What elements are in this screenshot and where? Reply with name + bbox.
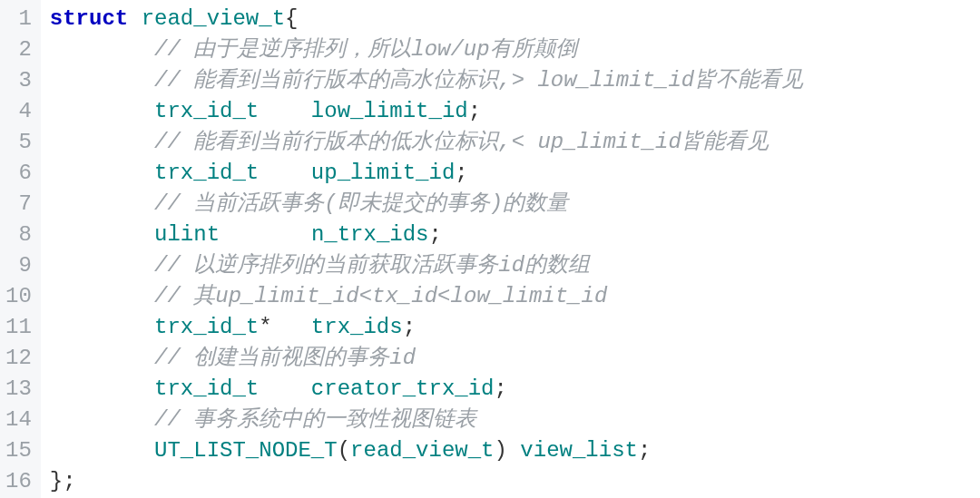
identifier-token: trx_id_t [154, 376, 259, 401]
identifier-token: read_view_t [142, 6, 285, 31]
identifier-token: trx_id_t [154, 161, 259, 185]
code-line: UT_LIST_NODE_T(read_view_t) view_list; [50, 435, 980, 466]
text-token [128, 6, 141, 31]
identifier-token: read_view_t [350, 438, 494, 463]
code-line: // 事务系统中的一致性视图链表 [50, 405, 980, 435]
line-number: 10 [5, 281, 32, 312]
code-line: trx_id_t creator_trx_id; [50, 374, 980, 405]
indent [50, 222, 154, 247]
text-token: ; [468, 99, 481, 123]
text-token: ; [429, 222, 442, 247]
comment-token: // 以逆序排列的当前获取活跃事务id的数组 [154, 253, 590, 278]
indent [50, 407, 154, 432]
line-number: 14 [5, 405, 32, 435]
indent [50, 315, 154, 339]
text-token: ) [495, 438, 521, 463]
text-token: ; [403, 315, 416, 339]
text-token: }; [50, 469, 76, 493]
identifier-token: ulint [154, 222, 220, 247]
identifier-token: trx_ids [311, 315, 403, 339]
code-line: }; [50, 466, 980, 497]
line-number: 12 [5, 343, 32, 374]
identifier-token: UT_LIST_NODE_T [154, 438, 338, 463]
identifier-token: n_trx_ids [311, 222, 429, 247]
identifier-token: trx_id_t [154, 99, 259, 123]
text-token: ; [638, 438, 651, 463]
code-line: // 由于是逆序排列，所以low/up有所颠倒 [50, 34, 980, 65]
code-line: trx_id_t up_limit_id; [50, 158, 980, 189]
indent [50, 68, 154, 93]
indent [50, 37, 154, 62]
line-number: 9 [5, 250, 32, 281]
line-number: 15 [5, 435, 32, 466]
code-line: // 能看到当前行版本的低水位标识,< up_limit_id皆能看见 [50, 127, 980, 158]
code-line: // 以逆序排列的当前获取活跃事务id的数组 [50, 250, 980, 281]
code-line: // 能看到当前行版本的高水位标识,> low_limit_id皆不能看见 [50, 65, 980, 96]
code-block: struct read_view_t{ // 由于是逆序排列，所以low/up有… [41, 0, 980, 498]
indent [50, 130, 154, 154]
text-token: { [285, 6, 298, 31]
line-number: 8 [5, 220, 32, 250]
text-token [220, 222, 311, 247]
identifier-token: up_limit_id [311, 161, 455, 185]
text-token: ( [338, 438, 350, 463]
text-token [259, 161, 311, 185]
code-line: // 其up_limit_id<tx_id<low_limit_id [50, 281, 980, 312]
line-number: 4 [5, 96, 32, 127]
identifier-token: trx_id_t [154, 315, 259, 339]
line-number: 2 [5, 34, 32, 65]
indent [50, 284, 154, 308]
text-token: ; [495, 376, 507, 401]
comment-token: // 当前活跃事务(即未提交的事务)的数量 [154, 191, 568, 216]
indent [50, 438, 154, 463]
indent [50, 99, 154, 123]
text-token [259, 376, 311, 401]
comment-token: // 事务系统中的一致性视图链表 [154, 407, 476, 432]
identifier-token: creator_trx_id [311, 376, 495, 401]
text-token [259, 99, 311, 123]
code-line: struct read_view_t{ [50, 4, 980, 34]
line-number: 1 [5, 4, 32, 34]
comment-token: // 其up_limit_id<tx_id<low_limit_id [154, 284, 607, 308]
comment-token: // 能看到当前行版本的低水位标识,< up_limit_id皆能看见 [154, 130, 769, 154]
code-line: trx_id_t* trx_ids; [50, 312, 980, 343]
text-token: * [259, 315, 311, 339]
line-number: 3 [5, 65, 32, 96]
indent [50, 191, 154, 216]
identifier-token: view_list [520, 438, 638, 463]
keyword-token: struct [50, 6, 128, 31]
code-line: ulint n_trx_ids; [50, 220, 980, 250]
indent [50, 253, 154, 278]
line-number: 5 [5, 127, 32, 158]
line-number: 7 [5, 189, 32, 220]
indent [50, 161, 154, 185]
comment-token: // 能看到当前行版本的高水位标识,> low_limit_id皆不能看见 [154, 68, 803, 93]
line-number: 13 [5, 374, 32, 405]
line-number-gutter: 12345678910111213141516 [0, 0, 41, 498]
line-number: 11 [5, 312, 32, 343]
line-number: 6 [5, 158, 32, 189]
comment-token: // 由于是逆序排列，所以low/up有所颠倒 [154, 37, 577, 62]
code-line: // 创建当前视图的事务id [50, 343, 980, 374]
indent [50, 346, 154, 370]
indent [50, 376, 154, 401]
code-line: // 当前活跃事务(即未提交的事务)的数量 [50, 189, 980, 220]
identifier-token: low_limit_id [311, 99, 468, 123]
text-token: ; [455, 161, 467, 185]
line-number: 16 [5, 466, 32, 497]
code-line: trx_id_t low_limit_id; [50, 96, 980, 127]
comment-token: // 创建当前视图的事务id [154, 346, 416, 370]
